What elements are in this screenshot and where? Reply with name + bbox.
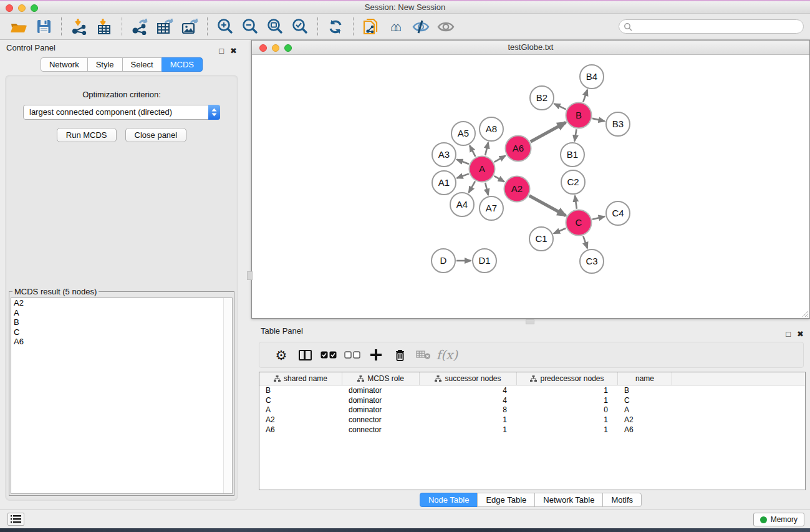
delete-table-button[interactable] [412, 344, 435, 365]
task-history-button[interactable] [7, 513, 24, 526]
graph-node-A1[interactable]: A1 [432, 171, 456, 195]
table-cell[interactable]: 4 [420, 386, 517, 395]
table-cell[interactable]: C [259, 396, 342, 405]
tab-network-table[interactable]: Network Table [534, 493, 603, 507]
edge-A6-B[interactable] [531, 122, 566, 142]
result-item[interactable]: A6 [11, 337, 232, 347]
node-table[interactable]: shared nameMCDS rolesuccessor nodesprede… [259, 372, 806, 490]
graph-node-A7[interactable]: A7 [480, 196, 503, 220]
table-cell[interactable]: dominator [342, 396, 420, 405]
edge-B-B1[interactable] [574, 129, 576, 141]
minimize-window-button[interactable] [18, 4, 26, 12]
table-cell[interactable]: 0 [517, 405, 618, 414]
tab-network[interactable]: Network [41, 57, 88, 72]
edge-A-A3[interactable] [457, 160, 469, 164]
result-item[interactable]: B [11, 317, 232, 327]
column-header-MCDS-role[interactable]: MCDS role [342, 372, 420, 385]
close-network-button[interactable] [259, 44, 267, 52]
list-scrollbar[interactable] [223, 298, 232, 493]
show-graphics-details-button[interactable] [433, 16, 458, 37]
graph-node-B3[interactable]: B3 [606, 112, 630, 136]
tab-select[interactable]: Select [122, 57, 162, 72]
memory-button[interactable]: Memory [753, 513, 804, 526]
graph-node-C[interactable]: C [566, 210, 592, 236]
table-cell[interactable]: dominator [342, 405, 420, 414]
export-image-button[interactable] [177, 16, 202, 37]
hide-graphics-details-button[interactable] [408, 16, 433, 37]
edge-A-A1[interactable] [457, 174, 469, 178]
edge-C-C3[interactable] [583, 236, 587, 248]
table-cell[interactable]: 1 [517, 425, 618, 434]
window-resize-grip[interactable] [801, 310, 809, 317]
edge-A-A4[interactable] [469, 181, 475, 193]
tab-node-table[interactable]: Node Table [420, 493, 478, 507]
close-table-panel-icon[interactable]: ✖ [797, 326, 804, 342]
create-column-button[interactable] [364, 344, 388, 365]
edge-A-A8[interactable] [485, 142, 488, 155]
table-cell[interactable]: 1 [517, 415, 618, 424]
graph-node-A8[interactable]: A8 [480, 117, 503, 141]
save-session-button[interactable] [31, 16, 56, 37]
panel-splitter-handle[interactable] [247, 271, 253, 280]
tab-edge-table[interactable]: Edge Table [477, 493, 535, 507]
table-row[interactable]: Adominator80A [259, 405, 805, 415]
table-settings-button[interactable]: ⚙ [269, 344, 293, 365]
reset-view-button[interactable]: ⌂⌂ [383, 16, 408, 37]
edge-A-A6[interactable] [494, 156, 506, 162]
graph-node-A3[interactable]: A3 [432, 143, 456, 167]
import-network-button[interactable] [67, 16, 92, 37]
table-cell[interactable]: A2 [618, 415, 672, 424]
search-input[interactable] [635, 22, 803, 31]
table-row[interactable]: Cdominator41C [259, 395, 805, 405]
graph-node-A4[interactable]: A4 [450, 193, 474, 216]
column-header-predecessor-nodes[interactable]: predecessor nodes [517, 372, 618, 385]
export-network-button[interactable] [127, 16, 152, 37]
table-row[interactable]: A6connector11A6 [259, 425, 805, 435]
column-header-name[interactable]: name [618, 372, 672, 385]
zoom-fit-button[interactable] [263, 16, 287, 37]
graph-node-A6[interactable]: A6 [506, 136, 531, 162]
graph-node-A2[interactable]: A2 [504, 177, 530, 202]
delete-column-button[interactable] [388, 344, 412, 365]
graph-node-A[interactable]: A [470, 157, 495, 182]
tab-mcds[interactable]: MCDS [162, 57, 203, 72]
table-cell[interactable]: 1 [517, 396, 618, 405]
edge-B-B3[interactable] [592, 118, 605, 121]
graph-node-C2[interactable]: C2 [561, 170, 585, 194]
refresh-view-button[interactable] [323, 16, 348, 37]
close-panel-icon[interactable]: ✖ [230, 43, 237, 59]
close-window-button[interactable] [6, 4, 13, 12]
table-cell[interactable]: 4 [420, 396, 517, 405]
table-cell[interactable]: 1 [420, 415, 517, 424]
graph-node-B1[interactable]: B1 [561, 143, 584, 167]
edge-B-B2[interactable] [554, 104, 566, 109]
search-field[interactable] [619, 19, 804, 34]
table-cell[interactable]: connector [342, 425, 420, 434]
edge-A-A5[interactable] [470, 145, 475, 157]
edge-A-A7[interactable] [485, 183, 488, 195]
graph-node-D1[interactable]: D1 [473, 249, 496, 273]
show-columns-button[interactable] [293, 344, 317, 365]
mcds-result-list[interactable]: A2ABCA6 [11, 297, 233, 494]
table-cell[interactable]: 1 [517, 386, 618, 395]
graph-node-C1[interactable]: C1 [529, 227, 553, 251]
table-row[interactable]: Bdominator41B [259, 385, 805, 395]
graph-node-C4[interactable]: C4 [606, 201, 630, 225]
table-cell[interactable]: A2 [259, 415, 342, 424]
graph-node-D[interactable]: D [432, 249, 455, 273]
tab-style[interactable]: Style [87, 57, 123, 72]
import-table-button[interactable] [92, 16, 117, 37]
open-session-button[interactable] [6, 16, 31, 37]
edge-A2-C[interactable] [529, 196, 566, 216]
deselect-all-button[interactable] [340, 344, 364, 365]
table-cell[interactable]: 1 [420, 425, 517, 434]
column-header-successor-nodes[interactable]: successor nodes [420, 372, 517, 385]
result-item[interactable]: A [11, 308, 232, 318]
zoom-selected-button[interactable] [287, 16, 312, 37]
table-cell[interactable]: connector [342, 415, 420, 424]
edge-C-C2[interactable] [575, 196, 577, 209]
function-builder-button[interactable]: f(x) [435, 344, 459, 365]
graph-node-B4[interactable]: B4 [580, 65, 604, 89]
table-cell[interactable]: A6 [618, 425, 672, 434]
zoom-network-button[interactable] [284, 44, 292, 52]
